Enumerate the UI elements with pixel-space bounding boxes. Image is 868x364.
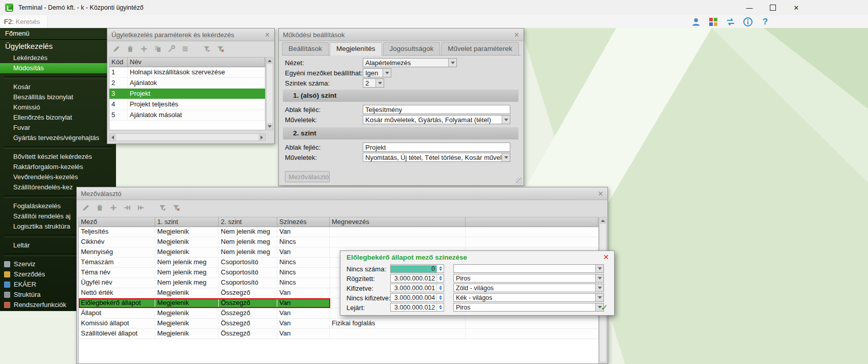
scroll-left-icon[interactable] [109, 134, 116, 141]
field-chooser-titlebar[interactable]: Mezőválasztó ✕ [77, 187, 607, 200]
user-icon[interactable] [691, 17, 701, 27]
move-in-icon[interactable] [122, 203, 132, 213]
help-icon[interactable]: ? [760, 17, 770, 27]
horizontal-scrollbar[interactable] [109, 133, 266, 141]
add-icon[interactable] [108, 203, 119, 213]
sidebar-item[interactable]: Főmenü [0, 28, 116, 40]
filter-edit-icon[interactable] [157, 203, 167, 213]
vertical-scrollbar[interactable] [266, 57, 273, 130]
level1-muveletek-select[interactable]: Kosár műveletek, Gyártás, Folyamat (téte… [363, 115, 510, 124]
delete-icon[interactable] [125, 44, 135, 54]
sidebar-item[interactable]: Ellenőrzés bizonylat [0, 113, 116, 123]
color-select[interactable]: Kék - világos [453, 293, 604, 302]
field-row[interactable]: Cikknév Megjelenik Nem jelenik meg Nincs [79, 237, 598, 247]
delete-icon[interactable] [95, 203, 105, 213]
table-row[interactable]: 1 Holnapi kiszállítások szervezése [109, 67, 265, 78]
sidebar-item[interactable]: Módosítás [0, 63, 116, 73]
color-select[interactable]: Zöld - világos [453, 284, 604, 292]
column-header[interactable]: 2. szint [219, 217, 277, 227]
field-row[interactable]: Teljesítés Megjelenik Nem jelenik meg Va… [79, 227, 598, 237]
level2-muveletek-select[interactable]: Nyomtatás, Új tétel, Tétel törlése, Kosá… [363, 153, 510, 162]
confirm-check-icon[interactable]: ✓ [601, 302, 608, 313]
mezovalaszto-button[interactable]: Mezőválasztó [285, 171, 330, 182]
close-icon[interactable]: ✕ [514, 31, 519, 39]
close-icon[interactable]: ✕ [598, 190, 603, 198]
spinner-buttons[interactable] [437, 274, 444, 282]
column-header[interactable] [466, 217, 598, 227]
spinner-buttons[interactable] [437, 284, 444, 292]
scroll-up-icon[interactable] [600, 217, 606, 224]
spinner-buttons[interactable] [437, 265, 444, 272]
sidebar-item[interactable]: Lekérdezés [0, 53, 116, 63]
maximize-button[interactable] [761, 0, 785, 15]
column-header[interactable]: Megnevezés [330, 217, 466, 227]
sidebar-item[interactable]: Beszállítás bizonylat [0, 92, 116, 102]
table-row[interactable]: 4 Projekt teljesítés [109, 99, 265, 110]
tab[interactable]: Beállítások [282, 42, 329, 55]
sidebar-item[interactable]: Kosár [0, 82, 116, 92]
color-code-input[interactable]: 3.000.000.004 [390, 293, 444, 302]
level2-ablak-input[interactable]: Projekt [363, 143, 510, 152]
color-select[interactable]: Piros [453, 303, 604, 312]
tab[interactable]: Jogosultságok [383, 42, 440, 55]
info-icon[interactable] [743, 17, 753, 27]
sidebar-item[interactable]: Komissió [0, 102, 116, 113]
ablak-fejlec-label: Ablak fejléc: [285, 106, 321, 114]
filter-clear-icon[interactable] [171, 203, 181, 213]
tab[interactable]: Megjelenítés [330, 42, 382, 55]
table-row[interactable]: 3 Projekt [109, 89, 265, 99]
field-row[interactable]: Komissió állapot Megjelenik Összegző Van… [79, 319, 598, 329]
edit-icon[interactable] [81, 203, 91, 213]
column-header[interactable]: Színezés [277, 217, 330, 227]
sidebar-item[interactable]: Gyártás tervezés/végrehajtás [0, 133, 116, 143]
color-select[interactable]: Piros [453, 274, 604, 283]
color-select[interactable] [453, 264, 604, 273]
add-icon[interactable] [139, 44, 149, 54]
field-row[interactable]: Szállítólevél állapot Megjelenik Összegz… [79, 329, 598, 339]
search-shortcut[interactable]: F2: Keresés [0, 15, 48, 28]
apps-grid-icon[interactable] [708, 17, 718, 27]
color-code-input[interactable]: 3.000.000.012 [390, 303, 444, 312]
close-icon[interactable]: ✕ [603, 253, 609, 261]
color-code-input[interactable]: 3.000.000.012 [390, 274, 444, 283]
table-row[interactable]: 2 Ajánlatok [109, 78, 265, 89]
close-icon[interactable]: ✕ [265, 31, 270, 39]
sidebar-item[interactable]: Bővített készlet lekérdezés [0, 152, 116, 162]
szintek-select[interactable]: 2 [363, 78, 384, 88]
sidebar-item[interactable]: Vevőrendelés-kezelés [0, 172, 116, 182]
filter-clear-icon[interactable] [215, 44, 225, 54]
nezet-select[interactable]: Alapértelmezés [363, 58, 457, 67]
color-code-input[interactable]: 3.000.000.001 [390, 284, 444, 292]
egyeni-select[interactable]: Igen [363, 68, 391, 77]
color-code-input[interactable]: 0 [390, 264, 444, 273]
column-header-kod[interactable]: Kód [109, 58, 128, 67]
copy-icon[interactable] [153, 44, 163, 54]
sidebar-item[interactable]: Raktárforgalom-kezelés [0, 162, 116, 172]
scroll-down-icon[interactable] [267, 123, 273, 130]
minimize-button[interactable]: — [738, 0, 761, 15]
list-icon[interactable] [180, 44, 190, 54]
move-out-icon[interactable] [136, 203, 146, 213]
sidebar-item[interactable]: Ügyletkezelés [0, 40, 116, 53]
level1-ablak-input[interactable]: Teljesítmény [363, 105, 510, 114]
sidebar-item[interactable]: Fuvar [0, 123, 116, 133]
column-header[interactable]: 1. szint [155, 217, 219, 227]
tools-icon[interactable] [166, 44, 177, 54]
edit-icon[interactable] [111, 44, 122, 54]
tab[interactable]: Művelet paraméterek [441, 42, 519, 55]
sidebar-item[interactable] [4, 76, 112, 79]
scroll-up-icon[interactable] [267, 58, 273, 64]
column-header-nev[interactable]: Név [128, 58, 265, 67]
sidebar-item[interactable] [4, 146, 112, 149]
column-header[interactable]: Mező [79, 217, 155, 227]
filter-edit-icon[interactable] [201, 44, 212, 54]
close-button[interactable]: ✕ [785, 0, 808, 15]
spinner-buttons[interactable] [437, 303, 444, 311]
table-row[interactable]: 5 Ajánlatok másolat [109, 110, 265, 121]
transfer-arrows-icon[interactable] [726, 17, 736, 27]
params-window-titlebar[interactable]: Ügyletkezelés paraméterek és lekérdezés … [107, 29, 274, 41]
settings-window-titlebar[interactable]: Működési beállítások ✕ [279, 29, 524, 41]
spinner-buttons[interactable] [437, 294, 444, 301]
resize-grip[interactable] [516, 178, 523, 184]
scroll-right-icon[interactable] [258, 134, 265, 141]
